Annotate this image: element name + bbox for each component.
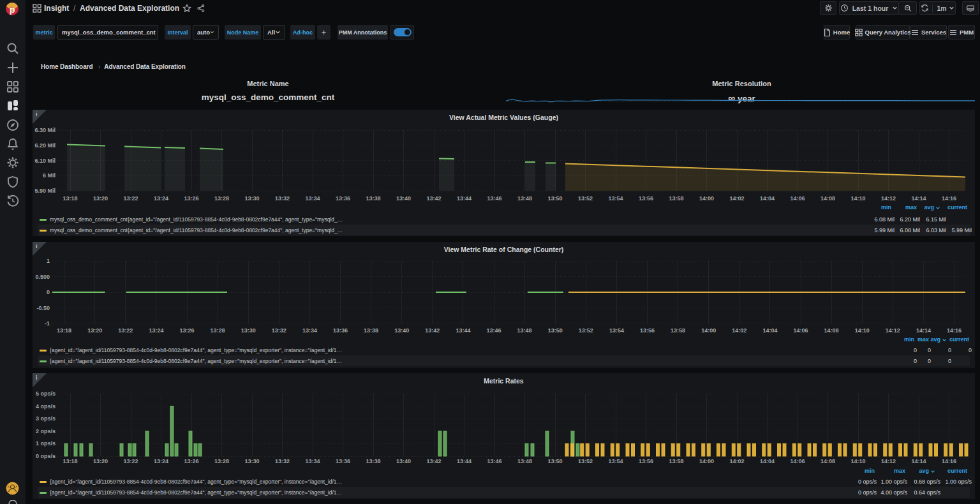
svg-text:-0.50: -0.50 (36, 305, 50, 311)
svg-text:13:44: 13:44 (457, 458, 471, 464)
svg-text:14:14: 14:14 (916, 327, 931, 334)
svg-text:13:32: 13:32 (272, 327, 286, 334)
svg-text:13:24: 13:24 (154, 458, 168, 464)
svg-text:13:54: 13:54 (609, 327, 624, 334)
svg-text:13:54: 13:54 (608, 458, 623, 464)
svg-text:13:46: 13:46 (487, 195, 501, 202)
svg-text:13:40: 13:40 (394, 327, 409, 334)
svg-text:13:46: 13:46 (487, 458, 501, 464)
svg-text:13:22: 13:22 (123, 195, 138, 202)
svg-text:13:54: 13:54 (608, 195, 623, 202)
svg-text:13:26: 13:26 (179, 327, 194, 334)
svg-text:14:10: 14:10 (850, 458, 865, 464)
svg-text:13:38: 13:38 (366, 195, 380, 202)
svg-text:13:18: 13:18 (57, 327, 71, 334)
svg-text:1 ops/s: 1 ops/s (36, 440, 56, 447)
svg-text:p: p (10, 4, 15, 15)
svg-text:14:00: 14:00 (699, 458, 714, 464)
svg-text:13:24: 13:24 (154, 195, 168, 202)
svg-text:13:20: 13:20 (93, 458, 108, 464)
svg-text:13:52: 13:52 (579, 327, 593, 334)
svg-text:14:08: 14:08 (820, 195, 835, 202)
svg-text:14:06: 14:06 (793, 327, 808, 334)
svg-text:13:56: 13:56 (639, 195, 653, 202)
svg-text:13:20: 13:20 (87, 327, 102, 334)
svg-text:1: 1 (47, 258, 50, 264)
svg-text:14:04: 14:04 (760, 458, 775, 464)
svg-text:13:48: 13:48 (517, 195, 532, 202)
svg-text:14:04: 14:04 (760, 195, 775, 202)
svg-text:14:10: 14:10 (855, 327, 870, 334)
svg-text:14:16: 14:16 (942, 458, 956, 464)
svg-text:14:16: 14:16 (947, 327, 961, 334)
svg-text:0: 0 (47, 289, 50, 295)
svg-text:13:26: 13:26 (184, 458, 198, 464)
svg-text:13:28: 13:28 (214, 195, 229, 202)
svg-text:13:38: 13:38 (364, 327, 378, 334)
svg-text:14:04: 14:04 (762, 327, 777, 334)
svg-text:14:06: 14:06 (790, 458, 805, 464)
svg-text:14:02: 14:02 (729, 195, 744, 202)
svg-text:13:46: 13:46 (486, 327, 501, 334)
svg-text:5 ops/s: 5 ops/s (36, 390, 56, 397)
svg-text:13:42: 13:42 (426, 458, 441, 464)
svg-text:14:12: 14:12 (886, 327, 900, 334)
svg-text:4 ops/s: 4 ops/s (36, 403, 56, 410)
svg-text:13:50: 13:50 (547, 195, 562, 202)
svg-text:13:30: 13:30 (244, 458, 259, 464)
svg-text:0 ops/s: 0 ops/s (36, 453, 56, 459)
svg-text:14:12: 14:12 (881, 458, 896, 464)
svg-text:13:42: 13:42 (425, 327, 440, 334)
svg-text:13:36: 13:36 (336, 195, 350, 202)
svg-text:14:14: 14:14 (911, 195, 926, 202)
svg-text:14:08: 14:08 (824, 327, 839, 334)
svg-text:13:30: 13:30 (244, 195, 259, 202)
svg-text:14:14: 14:14 (911, 458, 926, 464)
svg-text:13:26: 13:26 (184, 195, 198, 202)
svg-text:5.90 Mil: 5.90 Mil (34, 188, 56, 194)
svg-text:13:28: 13:28 (211, 327, 225, 334)
svg-text:13:32: 13:32 (275, 458, 290, 464)
svg-text:2 ops/s: 2 ops/s (36, 428, 56, 434)
svg-text:13:40: 13:40 (396, 458, 411, 464)
svg-text:13:22: 13:22 (123, 458, 138, 464)
svg-text:14:00: 14:00 (701, 327, 716, 334)
svg-text:13:32: 13:32 (275, 195, 290, 202)
svg-text:14:06: 14:06 (790, 195, 805, 202)
svg-text:13:48: 13:48 (517, 327, 532, 334)
svg-text:13:56: 13:56 (639, 458, 653, 464)
svg-text:13:24: 13:24 (149, 327, 163, 334)
svg-text:13:40: 13:40 (396, 195, 411, 202)
svg-text:13:22: 13:22 (118, 327, 133, 334)
svg-text:13:34: 13:34 (302, 327, 317, 334)
svg-text:13:58: 13:58 (671, 327, 685, 334)
svg-text:13:50: 13:50 (548, 327, 563, 334)
svg-text:14:16: 14:16 (942, 195, 956, 202)
svg-text:13:28: 13:28 (214, 458, 229, 464)
svg-text:13:48: 13:48 (517, 458, 532, 464)
svg-text:13:34: 13:34 (305, 195, 320, 202)
svg-text:14:02: 14:02 (729, 458, 744, 464)
svg-text:13:58: 13:58 (669, 458, 683, 464)
svg-text:14:02: 14:02 (732, 327, 746, 334)
svg-text:14:08: 14:08 (820, 458, 835, 464)
svg-text:6 Mil: 6 Mil (43, 172, 56, 179)
svg-text:13:38: 13:38 (366, 458, 380, 464)
svg-text:13:56: 13:56 (640, 327, 655, 334)
svg-text:13:18: 13:18 (63, 458, 77, 464)
svg-text:3 ops/s: 3 ops/s (36, 415, 56, 422)
svg-text:13:42: 13:42 (426, 195, 441, 202)
svg-text:14:00: 14:00 (699, 195, 714, 202)
svg-text:0.500: 0.500 (35, 274, 50, 280)
svg-text:13:36: 13:36 (333, 327, 348, 334)
svg-text:13:44: 13:44 (457, 195, 471, 202)
svg-text:13:36: 13:36 (336, 458, 350, 464)
svg-text:6.20 Mil: 6.20 Mil (34, 142, 56, 149)
svg-text:13:44: 13:44 (456, 327, 470, 334)
svg-text:13:52: 13:52 (578, 458, 593, 464)
svg-text:-1: -1 (45, 320, 50, 327)
svg-text:6.10 Mil: 6.10 Mil (34, 158, 56, 164)
svg-text:13:52: 13:52 (578, 195, 593, 202)
svg-text:13:34: 13:34 (305, 458, 320, 464)
svg-text:14:10: 14:10 (850, 195, 865, 202)
